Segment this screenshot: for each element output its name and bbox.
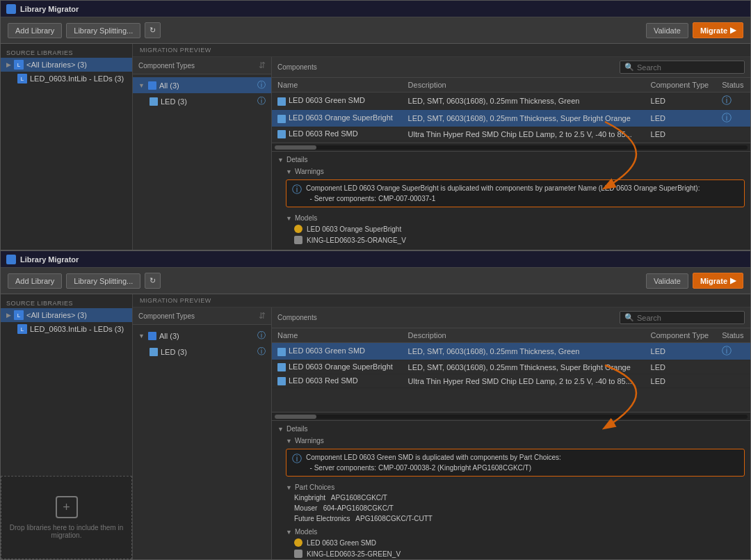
bottom-model1-icon [294, 538, 302, 547]
top-tree-led-info-icon[interactable]: ⓘ [257, 95, 266, 107]
bottom-all-libraries-icon: L [14, 310, 24, 320]
top-row1-status: ⓘ [716, 93, 750, 110]
bottom-table-container[interactable]: Name Description Component Type Status L… [272, 328, 750, 412]
bottom-main-content: Source Libraries ▶ L <All Libraries> (3)… [1, 294, 750, 559]
table-row[interactable]: LED 0603 Orange SuperBright LED, SMT, 06… [272, 110, 750, 127]
bottom-toolbar: Add Library Library Splitting... ↻ Valid… [1, 268, 750, 294]
table-row[interactable]: LED 0603 Red SMD Ultra Thin Hyper Red SM… [272, 127, 750, 141]
top-title-bar: Library Migrator [1, 1, 750, 17]
top-details-area: ▼ Details ▼ Warnings ⓘ Component [272, 151, 750, 250]
bottom-migrate-button[interactable]: Migrate ▶ [693, 273, 743, 289]
top-tree-all-info-icon[interactable]: ⓘ [257, 79, 266, 91]
bottom-tree-led-icon [150, 348, 158, 356]
bottom-migration-preview-header: Migration Preview [133, 294, 750, 307]
top-tree-all[interactable]: ▼ All (3) ⓘ [133, 77, 271, 93]
top-scrollbar[interactable] [272, 143, 750, 151]
bottom-row3-desc: Ultra Thin Hyper Red SMD Chip LED Lamp, … [403, 374, 645, 388]
top-warnings-section: ▼ Warnings ⓘ Component LED 0603 Orange S… [277, 165, 745, 211]
top-search-box: 🔍 [620, 61, 745, 74]
bottom-validate-button[interactable]: Validate [646, 273, 688, 289]
bottom-warnings-header[interactable]: ▼ Warnings [286, 435, 745, 446]
top-row3-type: LED [645, 127, 717, 141]
table-row[interactable]: LED 0603 Orange SuperBright LED, SMT, 06… [272, 360, 750, 374]
top-model-2: KING-LED0603-25-ORANGE_V [286, 234, 745, 246]
bottom-col-status: Status [716, 328, 750, 343]
bottom-col-name: Name [272, 328, 403, 343]
table-row[interactable]: LED 0603 Green SMD LED, SMT, 0603(1608),… [272, 343, 750, 360]
bottom-tree-all-info-icon[interactable]: ⓘ [257, 330, 266, 342]
bottom-add-library-button[interactable]: Add Library [8, 273, 62, 289]
bottom-components-table: Name Description Component Type Status L… [272, 328, 750, 388]
bottom-components-panel: Components 🔍 Name Description [272, 307, 750, 559]
top-led-lib-item[interactable]: L LED_0603.IntLib - LEDs (3) [1, 72, 132, 86]
bottom-split-view: Component Types ⇵ ▼ All (3) ⓘ LED (3) [133, 307, 750, 559]
bottom-row1-icon [277, 348, 286, 356]
top-details-header[interactable]: ▼ Details [277, 154, 745, 165]
top-title-icon [6, 4, 16, 14]
top-models-header[interactable]: ▼ Models [286, 213, 745, 223]
top-warnings-header[interactable]: ▼ Warnings [286, 166, 745, 177]
bottom-models-header[interactable]: ▼ Models [286, 527, 745, 537]
top-all-libraries-icon: L [14, 60, 24, 70]
bottom-source-libraries-label: Source Libraries [1, 297, 132, 308]
bottom-tree-all[interactable]: ▼ All (3) ⓘ [133, 328, 271, 344]
bottom-row2-name: LED 0603 Orange SuperBright [272, 360, 403, 374]
top-source-libraries-label: Source Libraries [1, 47, 132, 58]
top-scrollbar-track [275, 145, 748, 150]
top-col-status: Status [716, 78, 750, 93]
bottom-row2-type: LED [645, 360, 717, 374]
top-comp-types-panel: Component Types ⇵ ▼ All (3) ⓘ LED (3) [133, 57, 272, 250]
bottom-scrollbar[interactable] [272, 412, 750, 420]
bottom-tree-area: ▼ All (3) ⓘ LED (3) ⓘ [133, 325, 271, 559]
top-tree-led-icon [150, 97, 158, 106]
bottom-led-lib-item[interactable]: L LED_0603.IntLib - LEDs (3) [1, 322, 132, 336]
top-row3-name: LED 0603 Red SMD [272, 127, 403, 141]
top-library-splitting-button[interactable]: Library Splitting... [66, 23, 140, 38]
top-comp-types-header: Component Types ⇵ [133, 57, 271, 74]
bottom-all-libraries-item[interactable]: ▶ L <All Libraries> (3) [1, 308, 132, 322]
top-all-libraries-item[interactable]: ▶ L <All Libraries> (3) [1, 58, 132, 72]
bottom-row2-desc: LED, SMT, 0603(1608), 0.25mm Tthickness,… [403, 360, 645, 374]
bottom-refresh-button[interactable]: ↻ [145, 273, 161, 289]
top-tree-led[interactable]: LED (3) ⓘ [133, 93, 271, 109]
top-search-input[interactable] [637, 63, 740, 72]
bottom-row2-icon [277, 363, 286, 371]
top-warning-box: ⓘ Component LED 0603 Orange SuperBright … [286, 179, 745, 207]
bottom-details-area: ▼ Details ▼ Warnings ⓘ Component [272, 420, 750, 559]
table-row[interactable]: LED 0603 Green SMD LED, SMT, 0603(1608),… [272, 93, 750, 110]
top-model2-icon [294, 236, 302, 244]
top-add-library-button[interactable]: Add Library [8, 23, 62, 38]
top-refresh-button[interactable]: ↻ [145, 22, 161, 38]
top-row1-icon [277, 97, 286, 106]
bottom-model2-icon [294, 550, 302, 558]
top-comp-types-sort-icon[interactable]: ⇵ [259, 61, 266, 70]
bottom-warnings-section: ▼ Warnings ⓘ Component LED 0603 Green SM… [277, 434, 745, 481]
top-migrate-button[interactable]: Migrate ▶ [693, 22, 743, 38]
top-components-table: Name Description Component Type Status L… [272, 78, 750, 141]
bottom-warning-text: Component LED 0603 Green SMD is duplicat… [306, 452, 561, 473]
bottom-tree-led[interactable]: LED (3) ⓘ [133, 344, 271, 360]
bottom-tree-all-icon [148, 332, 156, 340]
top-table-container[interactable]: Name Description Component Type Status L… [272, 78, 750, 143]
top-components-panel: Components 🔍 Name Description [272, 57, 750, 250]
bottom-title-icon [6, 255, 16, 264]
bottom-right-panel: Migration Preview Component Types ⇵ ▼ Al… [133, 294, 750, 559]
bottom-row3-icon [277, 377, 286, 385]
bottom-part-choices-section: ▼ Part Choices Kingbright APG1608CGKC/T … [277, 481, 745, 525]
table-row[interactable]: LED 0603 Red SMD Ultra Thin Hyper Red SM… [272, 374, 750, 388]
top-row2-status: ⓘ [716, 110, 750, 127]
top-row1-desc: LED, SMT, 0603(1608), 0.25mm Thickness, … [403, 93, 645, 110]
top-col-name: Name [272, 78, 403, 93]
top-right-panel: Migration Preview Component Types ⇵ ▼ Al… [133, 44, 750, 250]
top-validate-button[interactable]: Validate [646, 23, 688, 38]
bottom-drop-icon: + [56, 496, 78, 518]
bottom-row1-status: ⓘ [716, 343, 750, 360]
bottom-sidebar: Source Libraries ▶ L <All Libraries> (3)… [1, 294, 133, 559]
bottom-details-header[interactable]: ▼ Details [277, 424, 745, 434]
bottom-part-choices-header[interactable]: ▼ Part Choices [286, 482, 745, 493]
bottom-library-splitting-button[interactable]: Library Splitting... [66, 273, 140, 289]
bottom-comp-types-sort-icon[interactable]: ⇵ [259, 311, 266, 321]
bottom-search-input[interactable] [637, 314, 740, 322]
bottom-tree-led-info-icon[interactable]: ⓘ [257, 346, 266, 358]
bottom-model-1: LED 0603 Green SMD [286, 537, 745, 548]
